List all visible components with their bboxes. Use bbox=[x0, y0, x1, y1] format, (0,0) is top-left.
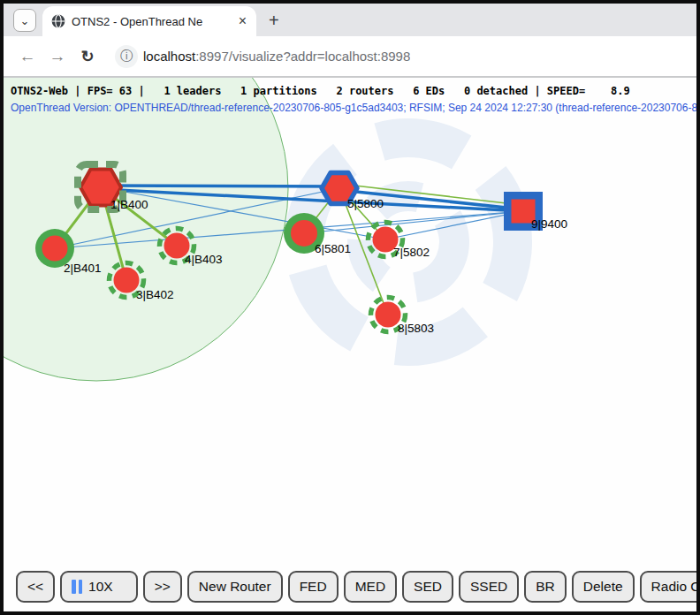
fed-button[interactable]: FED bbox=[288, 571, 339, 603]
globe-favicon-icon bbox=[51, 14, 65, 28]
node-label: 4|B403 bbox=[185, 253, 223, 266]
speed-down-button[interactable]: << bbox=[16, 571, 55, 603]
node-label: 2|B401 bbox=[64, 262, 102, 275]
address-bar[interactable]: localhost:8997/visualize?addr=localhost:… bbox=[143, 49, 410, 64]
site-info-icon[interactable]: ⓘ bbox=[115, 45, 138, 68]
browser-window: ⌄ OTNS2 - OpenThread Ne × + ← → ↻ ⓘ loca… bbox=[0, 0, 700, 615]
node-label: 8|5803 bbox=[398, 322, 434, 335]
link-1-5 bbox=[101, 186, 339, 186]
pause-icon bbox=[72, 580, 82, 594]
simulation-toolbar: << 10X >> New Router FED MED SED SSED BR… bbox=[16, 571, 696, 603]
new-tab-button[interactable]: + bbox=[269, 11, 279, 29]
network-scene: 1|B400 2|B401 3|B402 4|B403 5|5800 6|580… bbox=[4, 78, 696, 611]
tab-title: OTNS2 - OpenThread Ne bbox=[72, 15, 230, 28]
reload-icon[interactable]: ↻ bbox=[72, 47, 103, 66]
back-icon[interactable]: ← bbox=[12, 47, 42, 66]
sed-button[interactable]: SED bbox=[402, 571, 453, 603]
openthread-version-text: OpenThread Version: OPENTHREAD/thread-re… bbox=[11, 102, 696, 114]
visualization-canvas[interactable]: OTNS2-Web | FPS= 63 | 1 leaders 1 partit… bbox=[4, 78, 696, 611]
node-label: 6|5801 bbox=[315, 242, 351, 255]
speed-button[interactable]: 10X bbox=[60, 571, 138, 603]
node-label: 9|9400 bbox=[531, 217, 567, 231]
chevron-down-icon: ⌄ bbox=[20, 14, 30, 27]
node-label: 7|5802 bbox=[393, 246, 430, 259]
node-label: 3|B402 bbox=[136, 288, 174, 301]
radio-off-button[interactable]: Radio Off bbox=[640, 571, 696, 603]
speed-up-button[interactable]: >> bbox=[143, 571, 182, 603]
tab-otns2[interactable]: OTNS2 - OpenThread Ne × bbox=[42, 6, 256, 36]
ssed-button[interactable]: SSED bbox=[459, 571, 519, 603]
tab-bar: ⌄ OTNS2 - OpenThread Ne × + bbox=[4, 4, 696, 36]
med-button[interactable]: MED bbox=[344, 571, 397, 603]
link-6-9 bbox=[304, 211, 523, 233]
node-label: 1|B400 bbox=[110, 198, 148, 211]
close-tab-icon[interactable]: × bbox=[236, 14, 249, 28]
simulation-status-text: OTNS2-Web | FPS= 63 | 1 leaders 1 partit… bbox=[11, 85, 630, 97]
url-host: localhost bbox=[143, 49, 195, 64]
br-button[interactable]: BR bbox=[524, 571, 567, 603]
speed-label: 10X bbox=[88, 579, 113, 595]
navigation-bar: ← → ↻ ⓘ localhost:8997/visualize?addr=lo… bbox=[4, 36, 696, 78]
forward-icon[interactable]: → bbox=[42, 47, 72, 66]
node-label: 5|5800 bbox=[347, 197, 384, 210]
delete-button[interactable]: Delete bbox=[572, 571, 635, 603]
url-path: :8997/visualize?addr=localhost:8998 bbox=[195, 49, 410, 64]
new-router-button[interactable]: New Router bbox=[187, 571, 283, 603]
tab-search-button[interactable]: ⌄ bbox=[13, 9, 36, 32]
